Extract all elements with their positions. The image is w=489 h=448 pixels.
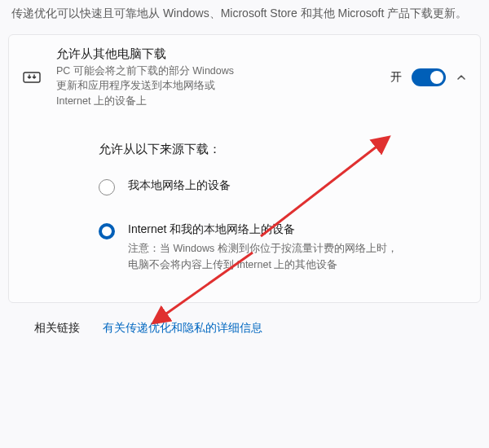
- toggle-knob: [430, 71, 443, 84]
- allow-downloads-toggle[interactable]: [412, 68, 446, 86]
- radio-label: Internet 和我的本地网络上的设备: [128, 222, 405, 237]
- svg-rect-0: [24, 72, 40, 82]
- radio-label: 我本地网络上的设备: [128, 178, 231, 193]
- card-description: PC 可能会将之前下载的部分 Windows 更新和应用程序发送到本地网络或 I…: [56, 64, 244, 109]
- chevron-up-icon[interactable]: [456, 72, 467, 83]
- related-links-label: 相关链接: [34, 321, 80, 336]
- download-source-section: 允许从以下来源下载： 我本地网络上的设备 Internet 和我的本地网络上的设…: [9, 121, 480, 302]
- related-links-row: 相关链接 有关传递优化和隐私的详细信息: [8, 303, 481, 340]
- privacy-info-link[interactable]: 有关传递优化和隐私的详细信息: [103, 321, 262, 336]
- radio-icon: [99, 179, 115, 195]
- radio-option-internet-and-local[interactable]: Internet 和我的本地网络上的设备 注意：当 Windows 检测到你位于…: [99, 222, 467, 273]
- card-title: 允许从其他电脑下载: [56, 46, 377, 62]
- radio-icon: [99, 223, 115, 239]
- toggle-state-label: 开: [390, 70, 402, 85]
- intro-text: 传递优化可以快速且可靠地从 Windows、Microsoft Store 和其…: [8, 5, 481, 34]
- radio-option-local-network[interactable]: 我本地网络上的设备: [99, 178, 467, 195]
- radio-note: 注意：当 Windows 检测到你位于按流量计费的网络上时，电脑不会将内容上传到…: [128, 240, 405, 273]
- download-source-heading: 允许从以下来源下载：: [99, 142, 467, 157]
- download-multi-icon: [20, 70, 43, 85]
- card-header[interactable]: 允许从其他电脑下载 PC 可能会将之前下载的部分 Windows 更新和应用程序…: [9, 35, 480, 121]
- allow-downloads-card: 允许从其他电脑下载 PC 可能会将之前下载的部分 Windows 更新和应用程序…: [8, 34, 481, 303]
